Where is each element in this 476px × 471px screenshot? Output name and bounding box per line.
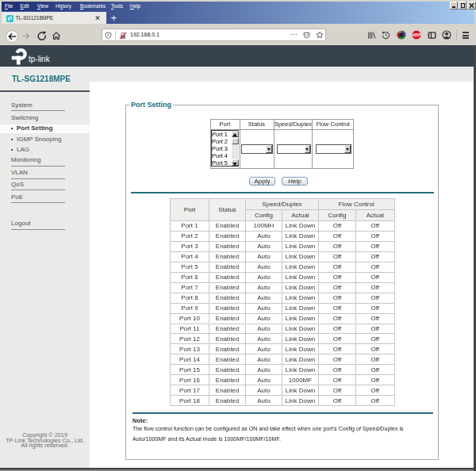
svg-text:tp-link: tp-link bbox=[29, 55, 51, 63]
svg-text:ABP: ABP bbox=[413, 33, 421, 37]
